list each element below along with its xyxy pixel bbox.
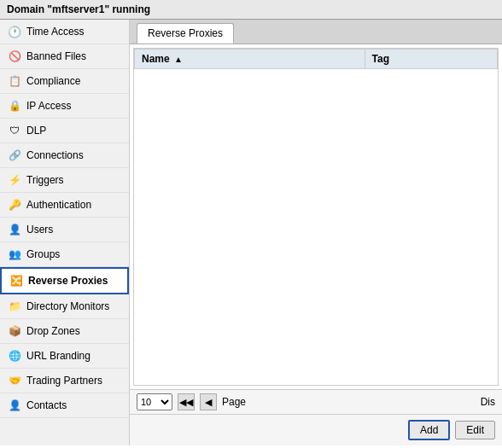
sidebar-item-ip-access[interactable]: IP Access [0, 94, 129, 119]
dlp-icon [7, 123, 22, 138]
sidebar-item-label-contacts: Contacts [26, 399, 67, 411]
content-area: Reverse Proxies Name ▲ Tag [130, 20, 502, 445]
title-bar: Domain "mftserver1" running [0, 0, 502, 20]
dir-icon [7, 299, 22, 314]
auth-icon [7, 197, 22, 212]
sidebar-item-banned-files[interactable]: Banned Files [0, 44, 129, 69]
table-area: Name ▲ Tag [133, 48, 499, 386]
partners-icon [7, 373, 22, 388]
sidebar-item-label-directory-monitors: Directory Monitors [26, 300, 109, 312]
proxy-icon [9, 273, 24, 288]
sidebar-item-time-access[interactable]: Time Access [0, 20, 129, 44]
sidebar-item-contacts[interactable]: Contacts [0, 393, 129, 418]
title-text: Domain "mftserver1" running [7, 3, 150, 15]
sidebar-item-groups[interactable]: Groups [0, 242, 129, 267]
col-tag-label: Tag [372, 53, 389, 65]
sidebar-item-trading-partners[interactable]: Trading Partners [0, 369, 129, 393]
action-bar: Add Edit [130, 414, 502, 445]
sidebar-item-dlp[interactable]: DLP [0, 119, 129, 143]
edit-button[interactable]: Edit [455, 421, 495, 439]
clock-icon [7, 24, 22, 39]
page-label: Page [222, 396, 246, 408]
sort-arrow-name: ▲ [174, 55, 183, 64]
sidebar-item-drop-zones[interactable]: Drop Zones [0, 319, 129, 344]
sidebar-item-label-url-branding: URL Branding [26, 350, 90, 362]
compliance-icon [7, 73, 22, 89]
first-page-button[interactable]: ◀◀ [178, 393, 195, 410]
sidebar-item-directory-monitors[interactable]: Directory Monitors [0, 294, 129, 319]
tab-bar: Reverse Proxies [130, 20, 502, 44]
sidebar-item-url-branding[interactable]: URL Branding [0, 344, 129, 369]
sidebar-item-label-connections: Connections [26, 149, 84, 161]
triggers-icon [7, 172, 22, 188]
add-button[interactable]: Add [408, 420, 450, 440]
sidebar-item-label-time-access: Time Access [26, 26, 85, 38]
sidebar-item-label-drop-zones: Drop Zones [26, 325, 80, 337]
sidebar-item-label-compliance: Compliance [26, 75, 80, 87]
tab-label: Reverse Proxies [148, 27, 223, 39]
ban-icon [7, 49, 22, 64]
sidebar-item-label-banned-files: Banned Files [26, 50, 86, 62]
sidebar-item-label-groups: Groups [26, 248, 60, 260]
col-name-label: Name [142, 53, 170, 65]
col-tag[interactable]: Tag [365, 49, 497, 69]
sidebar-item-label-dlp: DLP [26, 125, 46, 137]
contacts-icon [7, 398, 22, 413]
sidebar-item-authentication[interactable]: Authentication [0, 193, 129, 218]
sidebar-item-label-trading-partners: Trading Partners [26, 375, 102, 387]
data-table: Name ▲ Tag [134, 49, 498, 69]
sidebar-item-label-ip-access: IP Access [26, 100, 71, 112]
sidebar-item-reverse-proxies[interactable]: Reverse Proxies [0, 267, 129, 294]
brand-icon [7, 348, 22, 364]
sidebar-item-triggers[interactable]: Triggers [0, 168, 129, 193]
groups-icon [7, 247, 22, 262]
sidebar-item-connections[interactable]: Connections [0, 143, 129, 168]
connections-icon [7, 148, 22, 163]
sidebar-item-label-users: Users [26, 224, 53, 236]
tab-reverse-proxies[interactable]: Reverse Proxies [137, 23, 234, 44]
pagination-bar: 10 25 50 100 ◀◀ ◀ Page Dis [130, 389, 502, 414]
sidebar-item-label-authentication: Authentication [26, 199, 91, 211]
sidebar-item-label-reverse-proxies: Reverse Proxies [28, 275, 108, 287]
sidebar: Time AccessBanned FilesComplianceIP Acce… [0, 20, 130, 445]
dis-label: Dis [481, 396, 495, 408]
page-size-select[interactable]: 10 25 50 100 [137, 393, 172, 410]
users-icon [7, 222, 22, 237]
ip-icon [7, 98, 22, 113]
drop-icon [7, 323, 22, 339]
sidebar-item-users[interactable]: Users [0, 218, 129, 242]
sidebar-item-compliance[interactable]: Compliance [0, 69, 129, 94]
prev-page-button[interactable]: ◀ [200, 393, 217, 410]
sidebar-item-label-triggers: Triggers [26, 174, 64, 186]
col-name[interactable]: Name ▲ [135, 49, 365, 69]
